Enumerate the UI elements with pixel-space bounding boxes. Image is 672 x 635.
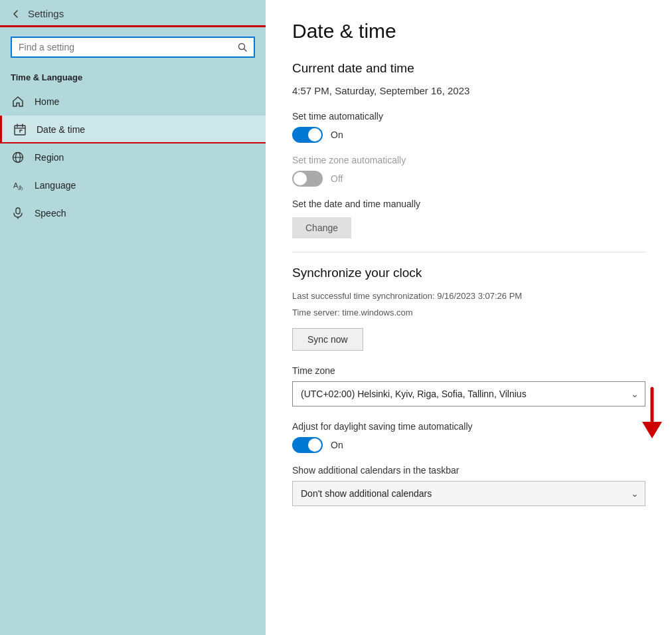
toggle-knob xyxy=(308,128,321,141)
sidebar-item-region[interactable]: Region xyxy=(0,143,266,171)
sidebar-item-datetime-label: Date & time xyxy=(37,124,85,135)
sidebar-item-home-label: Home xyxy=(35,96,59,107)
sidebar-header: Settings xyxy=(0,0,266,27)
home-icon xyxy=(11,94,25,109)
main-content: Date & time Current date and time 4:57 P… xyxy=(266,0,672,635)
change-button[interactable]: Change xyxy=(292,217,351,238)
sync-heading: Synchronize your clock xyxy=(292,266,645,280)
sidebar-item-datetime[interactable]: Date & time xyxy=(0,116,266,143)
language-icon: A あ xyxy=(11,178,25,193)
search-box xyxy=(11,37,255,58)
manual-time-row: Set the date and time manually Change xyxy=(292,199,645,238)
toggle-knob-tz xyxy=(294,172,307,185)
sync-info-line2: Time server: time.windows.com xyxy=(292,306,645,320)
set-time-auto-state: On xyxy=(331,130,343,140)
sidebar-item-speech[interactable]: Speech xyxy=(0,199,266,227)
sync-section: Synchronize your clock Last successful t… xyxy=(292,266,645,351)
set-time-auto-row: Set time automatically On xyxy=(292,111,645,143)
set-timezone-auto-label: Set time zone automatically xyxy=(292,155,645,165)
sidebar-item-region-label: Region xyxy=(35,152,64,163)
sync-info-line1: Last successful time synchronization: 9/… xyxy=(292,290,645,304)
sidebar-item-speech-label: Speech xyxy=(35,208,66,219)
daylight-row: Adjust for daylight saving time automati… xyxy=(292,421,645,453)
calendars-select-wrap: Don't show additional calendars ⌄ xyxy=(292,481,645,506)
current-section-heading: Current date and time xyxy=(292,61,645,76)
set-timezone-auto-toggle-row: Off xyxy=(292,171,645,187)
sidebar: Settings Time & Language Home xyxy=(0,0,266,635)
svg-line-1 xyxy=(244,49,247,52)
calendars-select[interactable]: Don't show additional calendars xyxy=(292,481,645,506)
timezone-label: Time zone xyxy=(292,365,645,376)
manual-time-label: Set the date and time manually xyxy=(292,199,645,209)
timezone-select-wrap: (UTC+02:00) Helsinki, Kyiv, Riga, Sofia,… xyxy=(292,381,645,407)
calendars-label: Show additional calendars in the taskbar xyxy=(292,465,645,476)
daylight-toggle-row: On xyxy=(292,437,645,453)
speech-icon xyxy=(11,206,25,221)
toggle-knob-daylight xyxy=(308,438,321,452)
set-time-auto-toggle-row: On xyxy=(292,127,645,143)
sync-now-button[interactable]: Sync now xyxy=(292,328,363,351)
daylight-state: On xyxy=(331,440,343,450)
set-time-auto-label: Set time automatically xyxy=(292,111,645,122)
search-box-wrap xyxy=(0,27,266,67)
sidebar-item-language[interactable]: A あ Language xyxy=(0,171,266,199)
svg-text:あ: あ xyxy=(18,185,23,191)
search-input[interactable] xyxy=(19,42,232,52)
daylight-label: Adjust for daylight saving time automati… xyxy=(292,421,645,432)
back-button[interactable] xyxy=(11,9,21,19)
region-icon xyxy=(11,150,25,165)
timezone-select[interactable]: (UTC+02:00) Helsinki, Kyiv, Riga, Sofia,… xyxy=(292,381,645,407)
svg-rect-13 xyxy=(16,208,20,214)
page-title: Date & time xyxy=(292,20,645,43)
datetime-icon xyxy=(13,122,27,137)
timezone-section: Time zone (UTC+02:00) Helsinki, Kyiv, Ri… xyxy=(292,365,645,407)
current-time-display: 4:57 PM, Saturday, September 16, 2023 xyxy=(292,85,645,96)
calendars-row: Show additional calendars in the taskbar… xyxy=(292,465,645,506)
sidebar-item-home[interactable]: Home xyxy=(0,88,266,116)
sidebar-title: Settings xyxy=(28,8,64,19)
set-timezone-auto-state: Off xyxy=(331,173,343,184)
search-icon xyxy=(238,43,247,52)
daylight-toggle[interactable] xyxy=(292,437,323,453)
divider-1 xyxy=(292,252,645,252)
set-time-auto-toggle[interactable] xyxy=(292,127,323,143)
sidebar-item-language-label: Language xyxy=(35,180,76,191)
sidebar-section-label: Time & Language xyxy=(0,67,266,88)
set-timezone-auto-row: Set time zone automatically Off xyxy=(292,155,645,187)
set-timezone-auto-toggle[interactable] xyxy=(292,171,323,187)
